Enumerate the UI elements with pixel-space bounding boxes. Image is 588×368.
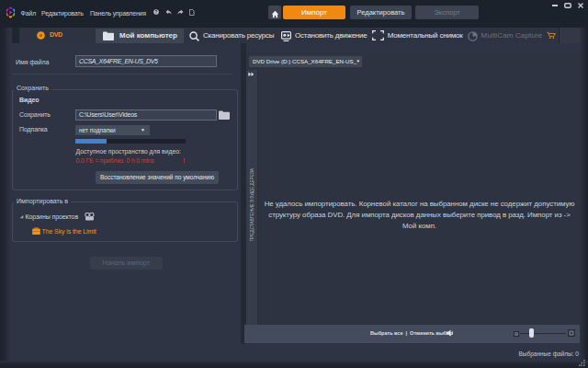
svg-text:?: ? [155, 10, 158, 15]
